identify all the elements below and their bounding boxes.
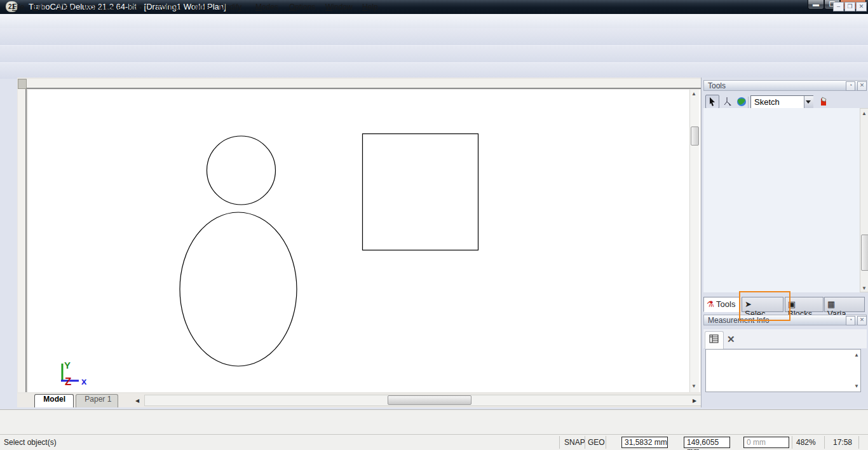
- svg-text:Y: Y: [64, 360, 71, 371]
- svg-text:Z: Z: [65, 376, 71, 388]
- svg-text:x: x: [81, 376, 87, 386]
